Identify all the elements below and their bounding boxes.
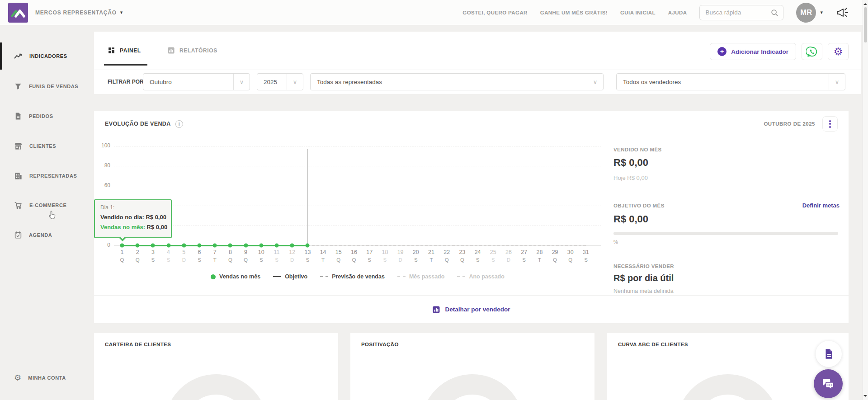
today-line	[307, 149, 308, 245]
data-point-day-7[interactable]	[213, 244, 217, 248]
search-box[interactable]	[699, 5, 783, 20]
data-point-day-4[interactable]	[166, 244, 170, 248]
x-tick-day-27: 27S	[516, 249, 532, 263]
data-point-day-5[interactable]	[182, 244, 186, 248]
company-menu[interactable]: MERCOS REPRESENTAÇÃO ▾	[35, 9, 123, 16]
data-point-day-9[interactable]	[244, 244, 248, 248]
x-tick-day-19: 19D	[393, 249, 408, 263]
sellers-select[interactable]: Todos os vendedores ∨	[616, 73, 845, 90]
chart-line-icon	[14, 52, 23, 61]
search-input[interactable]	[704, 9, 767, 16]
sidebar-item-label: CLIENTES	[29, 143, 56, 149]
year-select-value: 2025	[264, 79, 277, 85]
objective-label: OBJETIVO DO MÊS	[613, 203, 665, 208]
megaphone-icon	[835, 5, 850, 20]
define-goals-link[interactable]: Definir metas	[802, 202, 840, 209]
x-tick-day-8: 8Q	[222, 249, 238, 263]
gear-icon: ⚙	[14, 374, 21, 382]
link-ajuda[interactable]: AJUDA	[668, 10, 687, 15]
sidebar-item-funis-de-vendas[interactable]: FUNIS DE VENDAS	[0, 75, 91, 97]
data-point-day-11[interactable]	[275, 244, 279, 248]
x-tick-day-24: 24S	[470, 249, 486, 263]
scrollbar-thumb[interactable]	[864, 7, 867, 42]
topbar-right: GOSTEI, QUERO PAGAR GANHE UM MÊS GRÁTIS!…	[462, 3, 868, 23]
sidebar-item-label: MINHA CONTA	[28, 375, 66, 381]
card-title: CARTEIRA DE CLIENTES	[94, 333, 338, 356]
tooltip-day: Dia 1:	[100, 204, 165, 211]
data-point-day-6[interactable]	[198, 244, 202, 248]
search-icon	[770, 9, 778, 17]
whatsapp-button[interactable]	[802, 43, 822, 60]
reports-fab-button[interactable]	[816, 341, 842, 367]
legend-item: Previsão de vendas	[320, 273, 385, 280]
x-tick-day-26: 26D	[501, 249, 516, 263]
data-point-day-2[interactable]	[136, 244, 140, 248]
sidebar-item-indicadores[interactable]: INDICADORES	[0, 45, 91, 67]
mercos-logo[interactable]	[8, 3, 28, 23]
data-point-day-3[interactable]	[151, 244, 155, 248]
scrollbar-down-arrow[interactable]	[863, 395, 867, 399]
data-point-day-13[interactable]	[306, 244, 310, 248]
announcements-button[interactable]	[835, 5, 850, 20]
x-tick-day-11: 11S	[269, 249, 284, 263]
tab-relatorios[interactable]: RELATÓRIOS	[167, 47, 217, 54]
year-select[interactable]: 2025 ∨	[257, 73, 303, 90]
forecast-line	[307, 245, 586, 246]
plus-icon: +	[717, 47, 726, 56]
calendar-icon	[14, 231, 22, 239]
sidebar-item-minha-conta[interactable]: ⚙ MINHA CONTA	[0, 367, 91, 389]
x-tick-day-2: 2Q	[130, 249, 145, 263]
gridline	[114, 166, 601, 166]
legend-marker	[211, 274, 216, 279]
sidebar-item-representadas[interactable]: REPRESENTADAS	[0, 165, 91, 187]
scrollbar-up-arrow[interactable]	[863, 1, 867, 5]
chat-bubbles-icon	[821, 376, 836, 391]
bar-chart-icon	[167, 47, 175, 54]
gridline	[114, 226, 601, 226]
card-footer: Detalhar por vendedor	[94, 295, 849, 323]
sidebar-item-agenda[interactable]: AGENDA	[0, 224, 91, 246]
data-point-day-8[interactable]	[228, 244, 232, 248]
settings-button[interactable]: ⚙	[828, 43, 849, 60]
storefront-icon	[14, 142, 23, 151]
donut-placeholder	[421, 374, 524, 400]
link-ganhe-um-mes[interactable]: GANHE UM MÊS GRÁTIS!	[540, 10, 608, 15]
tab-painel[interactable]: PAINEL	[108, 47, 141, 54]
chevron-down-icon: ∨	[587, 74, 603, 90]
window-scrollbar[interactable]	[863, 0, 868, 400]
tab-label: RELATÓRIOS	[179, 47, 217, 54]
sidebar-item-pedidos[interactable]: PEDIDOS	[0, 105, 91, 127]
x-tick-day-3: 3S	[145, 249, 160, 263]
topbar: MERCOS REPRESENTAÇÃO ▾ GOSTEI, QUERO PAG…	[0, 0, 868, 25]
legend-item: Ano passado	[457, 273, 505, 280]
y-axis-label: 60	[94, 182, 110, 188]
x-tick-day-21: 21T	[424, 249, 439, 263]
sidebar: INDICADORES FUNIS DE VENDAS PEDIDOS CLIE…	[0, 25, 91, 400]
x-tick-day-1: 1Q	[114, 249, 130, 263]
x-tick-day-13: 13S	[300, 249, 315, 263]
tab-label: PAINEL	[120, 47, 141, 54]
data-point-day-10[interactable]	[259, 244, 263, 248]
sold-month-value: R$ 0,00	[613, 157, 840, 169]
data-point-day-12[interactable]	[290, 244, 294, 248]
represented-select[interactable]: Todas as representadas ∨	[310, 73, 604, 90]
add-indicator-button[interactable]: + Adicionar Indicador	[710, 43, 796, 60]
x-tick-day-15: 15Q	[331, 249, 346, 263]
sales-evolution-card: EVOLUÇÃO DE VENDA i OUTUBRO DE 2025 1Q2Q…	[94, 111, 849, 323]
document-icon	[823, 348, 835, 360]
detail-by-seller-link[interactable]: Detalhar por vendedor	[432, 306, 510, 314]
chevron-down-icon: ▾	[120, 10, 123, 15]
link-gostei-quero-pagar[interactable]: GOSTEI, QUERO PAGAR	[462, 10, 527, 15]
card-curva-abc-de-clientes: CURVA ABC DE CLIENTES	[607, 333, 849, 400]
chat-fab-button[interactable]	[814, 369, 843, 398]
chart-tooltip: Dia 1: Vendido no dia: R$ 0,00 Vendas no…	[94, 199, 172, 238]
sidebar-item-ecommerce[interactable]: E-COMMERCE	[0, 194, 91, 216]
link-guia-inicial[interactable]: GUIA INICIAL	[620, 10, 656, 15]
represented-select-value: Todas as representadas	[317, 79, 382, 85]
document-icon	[14, 112, 22, 120]
sidebar-item-clientes[interactable]: CLIENTES	[0, 135, 91, 157]
dashboard-grid-icon	[108, 47, 115, 54]
legend-marker	[320, 276, 328, 277]
month-select[interactable]: Outubro ∨	[143, 73, 250, 90]
user-menu[interactable]: MR ▾	[796, 3, 823, 23]
